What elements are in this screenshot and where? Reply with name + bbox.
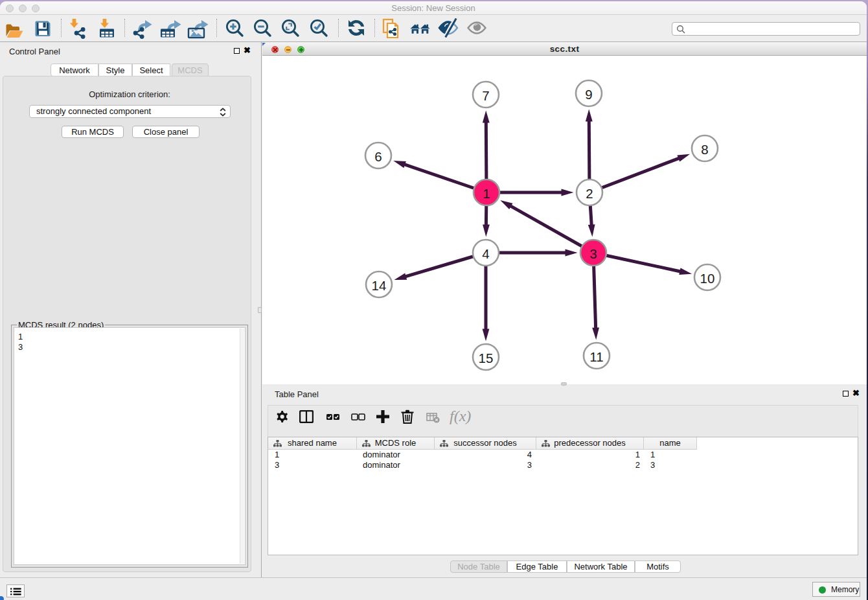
svg-text:10: 10	[700, 271, 715, 286]
svg-text:9: 9	[585, 87, 592, 102]
svg-text:2: 2	[586, 186, 593, 201]
svg-text:4: 4	[482, 246, 489, 261]
svg-text:15: 15	[479, 351, 494, 365]
svg-text:11: 11	[589, 349, 603, 364]
svg-text:7: 7	[482, 88, 489, 103]
svg-text:3: 3	[589, 246, 597, 261]
svg-text:8: 8	[701, 142, 708, 157]
svg-text:1: 1	[483, 186, 490, 201]
svg-text:14: 14	[372, 278, 387, 293]
svg-text:6: 6	[374, 149, 382, 164]
